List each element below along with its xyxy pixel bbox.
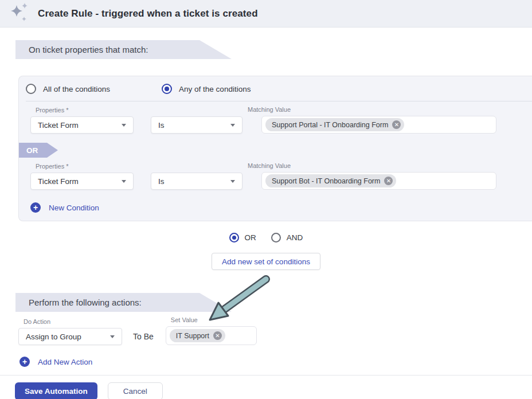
chevron-down-icon [230, 124, 235, 127]
plus-icon: + [19, 357, 30, 367]
save-automation-button[interactable]: Save Automation [15, 382, 97, 399]
do-action-select-value: Assign to Group [26, 332, 81, 341]
set-value-group: Set Value IT Support ✕ [166, 316, 257, 345]
value-chip-text: Support Portal - IT Onboarding Form [272, 121, 388, 129]
action-row: Do Action Assign to Group To Be Set Valu… [18, 316, 532, 345]
add-new-action-label: Add New Action [38, 358, 92, 366]
footer-actions: Save Automation Cancel [0, 375, 532, 399]
operator-field-group: Is [134, 173, 242, 190]
joiner-and-radio[interactable] [271, 233, 281, 242]
or-badge: OR [19, 143, 58, 158]
conditions-banner-label: On ticket properties that match: [29, 45, 148, 54]
value-chip: Support Bot - IT Onboarding Form ✕ [265, 174, 396, 187]
chevron-down-icon [230, 180, 235, 183]
match-all-label: All of the conditions [43, 85, 110, 93]
remove-chip-icon[interactable]: ✕ [392, 120, 401, 129]
matching-value-input[interactable]: Support Portal - IT Onboarding Form ✕ [261, 116, 496, 134]
new-condition-label: New Condition [49, 204, 99, 212]
set-value-label: Set Value [171, 316, 257, 324]
chevron-down-icon [110, 335, 115, 338]
property-select[interactable]: Ticket Form [30, 173, 134, 190]
actions-banner: Perform the following actions: [15, 293, 232, 312]
value-chip-text: Support Bot - IT Onboarding Form [272, 177, 380, 185]
do-action-label: Do Action [24, 318, 122, 326]
match-any-radio[interactable] [162, 84, 172, 94]
joiner-or-radio[interactable] [229, 233, 239, 242]
actions-banner-label: Perform the following actions: [29, 298, 142, 307]
property-label: Properties * [36, 163, 134, 170]
joiner-or-option[interactable]: OR [229, 233, 256, 242]
cancel-button[interactable]: Cancel [108, 382, 163, 399]
operator-select[interactable]: Is [151, 173, 242, 190]
property-field-group: Properties * Ticket Form [30, 107, 134, 134]
create-rule-page: Create Rule - triggered when a ticket is… [0, 0, 532, 399]
add-new-action-button[interactable]: + Add New Action [19, 357, 92, 367]
remove-chip-icon[interactable]: ✕ [213, 331, 222, 340]
condition-row: Properties * Ticket Form Is Matching Val… [19, 162, 532, 190]
matching-value-label: Matching Value [248, 106, 496, 114]
operator-select[interactable]: Is [151, 116, 242, 134]
match-type-row: All of the conditions Any of the conditi… [19, 76, 532, 101]
divider [26, 101, 532, 101]
matching-value-label: Matching Value [248, 162, 496, 170]
matching-value-group: Matching Value Support Portal - IT Onboa… [242, 106, 496, 134]
chevron-down-icon [122, 124, 126, 127]
do-action-select[interactable]: Assign to Group [18, 328, 122, 345]
page-title: Create Rule - triggered when a ticket is… [38, 8, 258, 19]
property-select-value: Ticket Form [38, 121, 79, 130]
matching-value-input[interactable]: Support Bot - IT Onboarding Form ✕ [261, 172, 496, 190]
condition-row: Properties * Ticket Form Is Matching Val… [19, 106, 532, 134]
chevron-down-icon [122, 180, 126, 183]
set-value-input[interactable]: IT Support ✕ [166, 326, 257, 345]
joiner-and-label: AND [287, 233, 303, 242]
value-chip: IT Support ✕ [170, 329, 225, 342]
add-set-row: Add new set of conditions [0, 253, 532, 270]
match-all-option[interactable]: All of the conditions [26, 84, 110, 94]
remove-chip-icon[interactable]: ✕ [384, 177, 393, 185]
joiner-and-option[interactable]: AND [271, 233, 303, 242]
new-condition-button[interactable]: + New Condition [30, 202, 99, 213]
match-any-label: Any of the conditions [179, 85, 251, 93]
conditions-section: All of the conditions Any of the conditi… [18, 76, 532, 221]
property-select[interactable]: Ticket Form [30, 116, 134, 134]
page-header: Create Rule - triggered when a ticket is… [0, 0, 532, 28]
value-chip-text: IT Support [176, 332, 209, 340]
do-action-group: Do Action Assign to Group [18, 318, 122, 345]
add-new-set-of-conditions-button[interactable]: Add new set of conditions [212, 253, 320, 270]
joiner-or-label: OR [245, 233, 256, 242]
sparkles-icon [7, 2, 32, 26]
value-chip: Support Portal - IT Onboarding Form ✕ [265, 118, 404, 131]
plus-icon: + [30, 202, 41, 213]
conditions-banner: On ticket properties that match: [15, 40, 232, 59]
operator-select-value: Is [158, 177, 165, 186]
property-select-value: Ticket Form [38, 177, 79, 186]
operator-field-group: Is [134, 116, 242, 134]
operator-select-value: Is [158, 121, 165, 130]
match-any-option[interactable]: Any of the conditions [162, 84, 251, 94]
matching-value-group: Matching Value Support Bot - IT Onboardi… [242, 162, 496, 190]
match-all-radio[interactable] [26, 84, 36, 94]
property-field-group: Properties * Ticket Form [30, 163, 134, 190]
set-joiner-row: OR AND [0, 233, 532, 242]
to-be-label: To Be [133, 332, 154, 341]
property-label: Properties * [36, 107, 134, 114]
